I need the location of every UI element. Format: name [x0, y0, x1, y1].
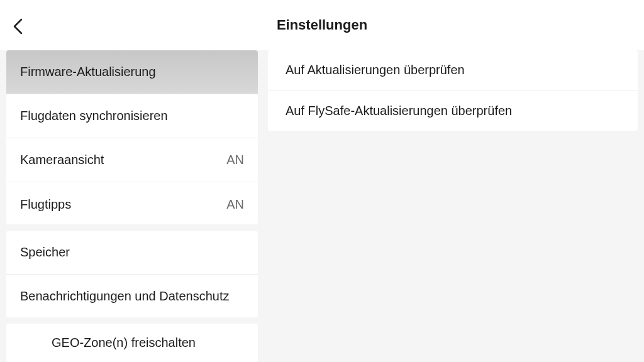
- detail-item-label: Auf FlySafe-Aktualisierungen überprüfen: [286, 104, 512, 118]
- detail-group: Auf Aktualisierungen überprüfen Auf FlyS…: [268, 50, 638, 131]
- detail-item-check-flysafe-updates[interactable]: Auf FlySafe-Aktualisierungen überprüfen: [268, 90, 638, 131]
- detail-item-check-updates[interactable]: Auf Aktualisierungen überprüfen: [268, 50, 638, 90]
- sidebar-item-label: Speicher: [20, 245, 70, 260]
- sidebar-item-label: Kameraansicht: [20, 153, 104, 167]
- sidebar-group-0: Firmware-Aktualisierung Flugdaten synchr…: [6, 50, 258, 224]
- content-area: Firmware-Aktualisierung Flugdaten synchr…: [0, 50, 644, 362]
- sidebar-group-1: Speicher Benachrichtigungen und Datensch…: [6, 231, 258, 317]
- sidebar-item-label: GEO-Zone(n) freischalten: [52, 336, 196, 350]
- sidebar-item-unlock-geo-zones[interactable]: GEO-Zone(n) freischalten: [6, 324, 258, 362]
- detail-panel: Auf Aktualisierungen überprüfen Auf FlyS…: [268, 50, 644, 362]
- sidebar-item-value: AN: [226, 197, 244, 212]
- sidebar-item-storage[interactable]: Speicher: [6, 231, 258, 275]
- sidebar-item-value: AN: [226, 153, 244, 167]
- sidebar-item-flight-data-sync[interactable]: Flugdaten synchronisieren: [6, 94, 258, 138]
- back-button[interactable]: [13, 18, 24, 38]
- sidebar-item-firmware-update[interactable]: Firmware-Aktualisierung: [6, 50, 258, 94]
- sidebar-item-camera-view[interactable]: Kameraansicht AN: [6, 138, 258, 182]
- detail-item-label: Auf Aktualisierungen überprüfen: [286, 63, 465, 77]
- sidebar-item-flight-tips[interactable]: Flugtipps AN: [6, 182, 258, 224]
- header: Einstellungen: [0, 0, 644, 50]
- sidebar: Firmware-Aktualisierung Flugdaten synchr…: [0, 50, 258, 362]
- page-title: Einstellungen: [0, 17, 644, 33]
- sidebar-item-label: Firmware-Aktualisierung: [20, 65, 156, 79]
- sidebar-item-label: Flugtipps: [20, 197, 71, 212]
- sidebar-item-label: Flugdaten synchronisieren: [20, 109, 168, 123]
- sidebar-group-2: GEO-Zone(n) freischalten: [6, 324, 258, 362]
- sidebar-item-label: Benachrichtigungen und Datenschutz: [20, 289, 229, 304]
- sidebar-item-notifications-privacy[interactable]: Benachrichtigungen und Datenschutz: [6, 275, 258, 317]
- chevron-left-icon: [13, 18, 24, 35]
